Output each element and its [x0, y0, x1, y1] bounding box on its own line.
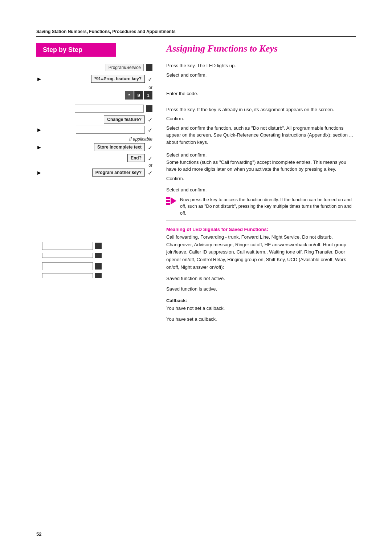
or-label-1: or: [36, 85, 152, 90]
checkmark-prog-feature: ✓: [148, 76, 152, 83]
callback-title-row: Callback:: [166, 297, 356, 304]
led-not-active-row: [36, 242, 152, 250]
desc-end: Confirm.: [166, 175, 356, 182]
input-bar-function: [76, 126, 145, 134]
arrow-prog-feature: ►: [36, 76, 42, 82]
step-store-incomplete: ► Store incomplete text ✓: [36, 143, 152, 151]
checkmark-end: ✓: [148, 155, 152, 162]
step-prog-feature: ► *91=Prog. feature key? ✓: [36, 75, 152, 83]
right-panel: Assigning Functions to Keys Press the ke…: [160, 43, 356, 325]
desc-prog-feature: Select and confirm.: [166, 72, 356, 79]
desc-active: Saved function is active.: [166, 286, 217, 292]
desc-code-keys: Enter the code.: [166, 90, 356, 97]
callback-led-set: [95, 273, 102, 278]
key-prog-feature: *91=Prog. feature key?: [91, 75, 145, 83]
led-not-active-desc-row: Saved function is not active.: [166, 275, 356, 282]
callback-set-row: [36, 273, 152, 278]
page: Saving Station Numbers, Functions, Proce…: [0, 0, 392, 555]
led-program-service: [146, 64, 152, 71]
key-program-another: Program another key?: [92, 169, 145, 177]
page-title: Assigning Functions to Keys: [166, 43, 356, 54]
note-icon: [166, 197, 176, 205]
led-bar-not-active: [42, 242, 93, 250]
callback-bar-not-set: [42, 262, 93, 270]
led-square-not-active: [95, 243, 102, 249]
key-end: End?: [127, 154, 145, 162]
key-program-service: Program/Service: [106, 64, 144, 71]
note-bars: [166, 197, 170, 205]
step-blank-key: [36, 105, 152, 113]
left-panel: Step by Step Program/Service ► *91=Prog.…: [36, 43, 160, 325]
note-arrow: [171, 197, 176, 204]
input-bar-blank: [75, 105, 144, 113]
or-label-2: or: [36, 163, 152, 168]
code-keys-group: * 9 1: [124, 91, 152, 100]
desc-program-another: Select and confirm.: [166, 186, 356, 194]
step-by-step-banner: Step by Step: [36, 43, 116, 57]
desc-blank-key: Press the key. If the key is already in …: [166, 106, 356, 113]
section-header: Saving Station Numbers, Functions, Proce…: [36, 29, 356, 37]
led-blank: [146, 105, 152, 112]
code-key-1: 1: [144, 91, 152, 100]
callback-led-not-set: [95, 263, 102, 270]
checkmark-function: ✓: [148, 127, 152, 134]
desc-store-incomplete: Select and confirm.Some functions (such …: [166, 151, 356, 173]
key-store-incomplete: Store incomplete text: [94, 143, 145, 151]
callback-not-set-desc-row: You have not set a callback.: [166, 305, 356, 312]
arrow-select-function: ►: [36, 127, 42, 133]
callback-bar-set: [42, 273, 93, 278]
step-program-another: ► Program another key? ✓: [36, 169, 152, 177]
desc-callback-set: You have set a callback.: [166, 316, 217, 322]
note-text: Now press the key to access the function…: [180, 197, 356, 217]
note-box: Now press the key to access the function…: [166, 197, 356, 217]
led-section-title: Meaning of LED Signals for Saved Functio…: [166, 227, 356, 232]
step-program-service: Program/Service: [36, 64, 152, 71]
callback-not-set-row: [36, 262, 152, 270]
led-active-row: [36, 253, 152, 258]
led-active-desc-row: Saved function is active.: [166, 285, 356, 293]
if-applicable-label: If applicable: [36, 137, 152, 142]
callback-title: Callback:: [166, 298, 187, 303]
callback-set-desc-row: You have set a callback.: [166, 316, 356, 323]
code-key-star: *: [125, 91, 134, 100]
step-change-feature: Change feature? ✓: [36, 116, 152, 123]
led-square-active: [95, 253, 102, 258]
arrow-store-incomplete: ►: [36, 144, 42, 151]
desc-program-service: Press the key. The LED lights up.: [166, 62, 356, 69]
key-change-feature: Change feature?: [104, 116, 145, 123]
led-bar-active: [42, 253, 93, 258]
arrow-program-another: ►: [36, 170, 42, 176]
code-key-9: 9: [134, 91, 143, 100]
desc-callback-not-set: You have not set a callback.: [166, 305, 225, 311]
desc-change-feature: Confirm.: [166, 115, 356, 122]
checkmark-change-feature: ✓: [148, 117, 152, 123]
step-code-keys: * 9 1: [36, 91, 152, 100]
checkmark-program-another: ✓: [148, 170, 152, 177]
step-select-function: ► ✓: [36, 126, 152, 134]
step-end: End? ✓: [36, 154, 152, 162]
led-body: Call forwarding, Forwarding - trunk, For…: [166, 234, 356, 271]
checkmark-store-incomplete: ✓: [148, 144, 152, 151]
page-number: 52: [36, 531, 41, 537]
desc-select-function: Select and confirm the function, such as…: [166, 125, 356, 146]
desc-not-active: Saved function is not active.: [166, 276, 225, 281]
